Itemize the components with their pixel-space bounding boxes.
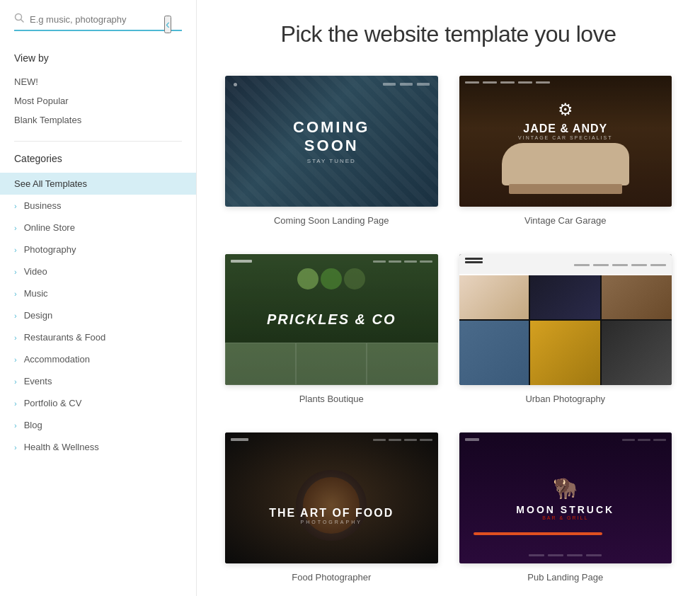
thumb-nav	[465, 81, 667, 84]
thumb-photo-cell	[602, 321, 672, 386]
sidebar-item-business[interactable]: › Business	[0, 195, 196, 217]
thumb-nav-item	[500, 81, 515, 84]
thumb-logo	[231, 438, 248, 441]
thumb-car-shape	[502, 143, 629, 185]
thumb-logo-dot	[234, 83, 237, 86]
sidebar-item-portfolio-cv[interactable]: › Portfolio & CV	[0, 392, 196, 414]
chevron-icon: ›	[14, 443, 17, 452]
music-label: Music	[24, 288, 48, 299]
see-all-label: See All Templates	[14, 178, 87, 189]
thumb-title: JADE & ANDY	[518, 122, 612, 135]
view-by-new[interactable]: NEW!	[14, 72, 182, 91]
thumb-title: THE ART OF FOOD PHOTOGRAPHY	[269, 507, 394, 525]
thumb-block	[225, 343, 296, 385]
thumb-subtitle: BAR & GRILL	[542, 515, 588, 520]
thumb-circle	[321, 268, 342, 290]
events-label: Events	[24, 376, 52, 386]
page-title: Pick the website template you love	[225, 21, 672, 47]
chevron-icon: ›	[14, 290, 17, 298]
templates-grid: COMINGSOON STAY TUNED Coming Soon Landin…	[225, 76, 672, 583]
template-card-vintage-car: ⚙ JADE & ANDY VINTAGE CAR SPECIALIST Vin…	[459, 76, 672, 226]
template-thumb-coming-soon[interactable]: COMINGSOON STAY TUNED	[225, 76, 438, 207]
thumb-animal-icon: 🦬	[553, 476, 578, 500]
view-by-blank-templates[interactable]: Blank Templates	[14, 110, 182, 130]
template-thumb-pub[interactable]: 🦬 MOON STRUCK BAR & GRILL	[459, 432, 672, 563]
thumb-bnav-item	[586, 554, 602, 556]
accommodation-label: Accommodation	[24, 354, 90, 365]
template-label-food-photographer: Food Photographer	[292, 572, 371, 583]
sidebar-item-blog[interactable]: › Blog	[0, 414, 196, 436]
online-store-label: Online Store	[24, 222, 75, 233]
chevron-icon: ›	[14, 311, 17, 320]
thumb-nav-item	[483, 81, 497, 84]
thumb-bnav-item	[548, 554, 563, 556]
blog-label: Blog	[24, 420, 42, 430]
thumb-nav-item	[373, 439, 386, 441]
thumb-nav-item	[420, 260, 432, 263]
template-thumb-vintage-car[interactable]: ⚙ JADE & ANDY VINTAGE CAR SPECIALIST	[459, 76, 672, 207]
categories-label: Categories	[0, 153, 196, 173]
thumb-nav-item	[536, 81, 550, 84]
thumb-main-title: THE ART OF FOOD	[269, 507, 394, 520]
thumb-nav	[231, 260, 432, 263]
thumb-nav-link	[650, 264, 666, 266]
thumb-text: ⚙ JADE & ANDY VINTAGE CAR SPECIALIST	[518, 100, 612, 140]
sidebar-item-restaurants-food[interactable]: › Restaurants & Food	[0, 326, 196, 348]
thumb-bnav-item	[529, 554, 544, 556]
thumb-nav-item	[638, 439, 650, 441]
restaurants-food-label: Restaurants & Food	[24, 332, 106, 343]
thumb-photo-cell	[459, 274, 529, 319]
thumb-nav-item	[404, 439, 417, 441]
thumb-photo-cell	[602, 274, 672, 319]
thumb-logo	[231, 260, 252, 263]
sidebar-item-online-store[interactable]: › Online Store	[0, 217, 196, 239]
sidebar-item-accommodation[interactable]: › Accommodation	[0, 348, 196, 370]
search-input[interactable]	[30, 14, 182, 25]
categories-section: Categories See All Templates › Business …	[0, 153, 196, 472]
template-label-pub-landing: Pub Landing Page	[527, 572, 603, 583]
template-label-vintage-car: Vintage Car Garage	[524, 215, 606, 226]
sidebar-item-events[interactable]: › Events	[0, 370, 196, 392]
thumb-nav	[225, 83, 438, 86]
sidebar-item-see-all[interactable]: See All Templates	[0, 173, 196, 195]
sidebar-item-design[interactable]: › Design	[0, 304, 196, 326]
thumb-plate	[296, 470, 367, 541]
chevron-icon: ›	[14, 202, 17, 210]
sidebar-item-health-wellness[interactable]: › Health & Wellness	[0, 436, 196, 458]
chevron-icon: ›	[14, 377, 17, 386]
thumb-photo-cell	[530, 274, 600, 319]
thumb-nav-item	[420, 439, 432, 441]
business-label: Business	[24, 200, 62, 211]
thumb-decoration	[297, 268, 365, 290]
thumb-nav-item	[389, 439, 401, 441]
thumb-nav	[231, 438, 432, 441]
template-thumb-plants[interactable]: PRICKLES & CO	[225, 254, 438, 385]
thumb-nav-link	[574, 264, 590, 266]
thumb-nav-items	[465, 81, 550, 84]
thumb-nav	[459, 254, 672, 275]
view-by-section: View by NEW! Most Popular Blank Template…	[0, 38, 196, 130]
video-label: Video	[24, 266, 47, 277]
sidebar-item-music[interactable]: › Music	[0, 282, 196, 304]
thumb-bnav-item	[567, 554, 583, 556]
chevron-icon: ›	[14, 421, 17, 430]
sidebar-collapse-button[interactable]: ‹	[164, 16, 171, 33]
sidebar-item-photography[interactable]: › Photography	[0, 239, 196, 260]
svg-line-1	[21, 20, 24, 23]
thumb-nav-items	[622, 439, 666, 441]
search-icon	[14, 13, 24, 25]
view-by-most-popular[interactable]: Most Popular	[14, 91, 182, 110]
sidebar-item-video[interactable]: › Video	[0, 260, 196, 282]
thumb-subheadline: STAY TUNED	[307, 158, 356, 164]
design-label: Design	[24, 310, 52, 321]
thumb-nav-link	[417, 83, 430, 86]
template-label-coming-soon: Coming Soon Landing Page	[274, 215, 389, 226]
template-label-urban-photography: Urban Photography	[525, 394, 605, 404]
view-by-label: View by	[14, 52, 182, 64]
thumb-nav-link	[631, 264, 647, 266]
template-card-food-photographer: THE ART OF FOOD PHOTOGRAPHY Food Photogr…	[225, 432, 438, 583]
template-thumb-urban-photo[interactable]	[459, 254, 672, 385]
template-thumb-food[interactable]: THE ART OF FOOD PHOTOGRAPHY	[225, 432, 438, 563]
main-content: Pick the website template you love COMIN…	[197, 0, 700, 596]
thumb-icon: ⚙	[518, 100, 612, 120]
